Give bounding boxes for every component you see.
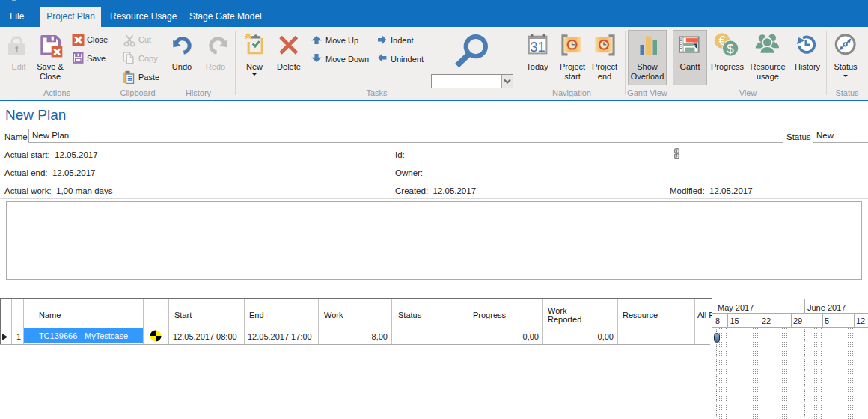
- svg-text:31: 31: [530, 39, 545, 55]
- svg-text:$: $: [727, 42, 734, 56]
